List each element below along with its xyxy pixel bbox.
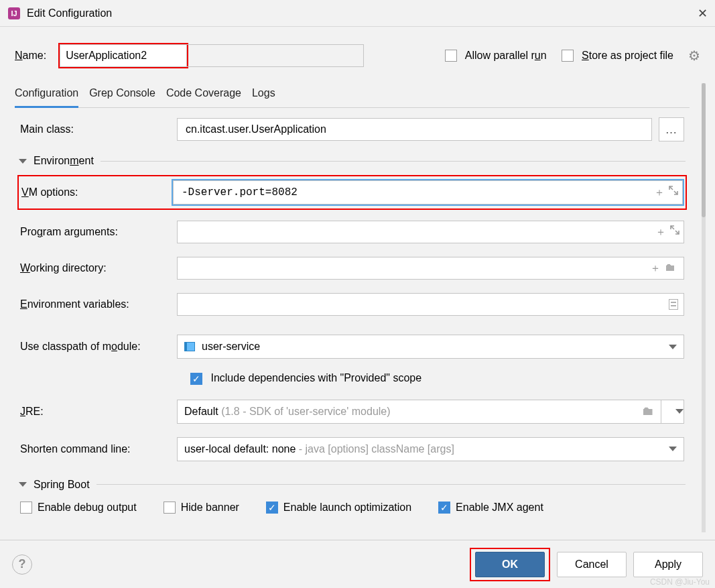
main-class-row: Main class: …: [20, 117, 684, 141]
sb-debug-label: Enable debug output: [38, 502, 137, 514]
classpath-row: Use classpath of module: user-service: [20, 335, 684, 359]
sb-launch-label: Enable launch optimization: [283, 502, 411, 514]
name-input-ext[interactable]: [187, 44, 364, 67]
include-provided-checkbox[interactable]: Include dependencies with "Provided" sco…: [190, 372, 421, 385]
env-vars-input[interactable]: [184, 294, 677, 315]
checkbox-icon: [562, 50, 574, 62]
tab-configuration[interactable]: Configuration: [15, 83, 78, 108]
vm-options-input[interactable]: [180, 186, 675, 199]
folder-icon[interactable]: 🖿: [665, 261, 675, 276]
sb-launch-checkbox[interactable]: Enable launch optimization: [266, 499, 411, 516]
list-icon[interactable]: [669, 299, 678, 310]
name-row: Name: Allow parallel run Store as projec…: [0, 27, 715, 68]
springboot-section-header[interactable]: Spring Boot: [19, 479, 686, 491]
module-icon: [184, 342, 195, 351]
title-bar: IJ Edit Configuration ✕: [0, 0, 715, 27]
gear-icon[interactable]: ⚙: [688, 48, 700, 64]
checkbox-icon: [20, 502, 32, 514]
shorten-row: Shorten command line: user-local default…: [20, 437, 684, 461]
chevron-down-icon: [675, 409, 684, 414]
program-args-input[interactable]: [184, 221, 677, 243]
jre-label: JRE:: [20, 406, 177, 418]
top-right-options: Allow parallel run Store as project file…: [445, 48, 700, 64]
checkbox-icon: [438, 502, 450, 514]
classpath-value: user-service: [202, 341, 260, 353]
program-args-row: Program arguments: ＋: [20, 221, 684, 243]
main-class-input[interactable]: [184, 119, 645, 140]
close-icon[interactable]: ✕: [698, 9, 707, 18]
sb-debug-checkbox[interactable]: Enable debug output: [20, 499, 137, 516]
include-provided-row: Include dependencies with "Provided" sco…: [190, 372, 690, 385]
expand-icon[interactable]: [670, 225, 679, 239]
store-project-checkbox[interactable]: Store as project file: [562, 50, 673, 62]
form-area: Main class: … Environment VM options: ＋: [15, 108, 690, 516]
jre-dropdown-button[interactable]: [661, 400, 684, 424]
tab-code-coverage[interactable]: Code Coverage: [166, 83, 241, 108]
tab-logs[interactable]: Logs: [252, 83, 275, 108]
vm-options-highlight: VM options: ＋: [17, 175, 687, 210]
checkbox-icon: [164, 502, 176, 514]
window-title: Edit Configuration: [27, 7, 698, 19]
name-input[interactable]: [60, 44, 187, 67]
folder-icon[interactable]: 🖿: [642, 404, 654, 418]
vm-options-row: VM options: ＋: [21, 180, 683, 204]
allow-parallel-checkbox[interactable]: Allow parallel run: [445, 50, 546, 62]
sb-hide-checkbox[interactable]: Hide banner: [164, 499, 239, 516]
working-dir-row: Working directory: ＋ 🖿: [20, 257, 684, 280]
help-icon[interactable]: ?: [12, 554, 32, 575]
divider: [101, 161, 686, 162]
shorten-label: Shorten command line:: [20, 443, 177, 455]
vm-options-field[interactable]: ＋: [173, 180, 683, 204]
name-label: Name:: [15, 50, 46, 62]
main-class-label: Main class:: [20, 123, 177, 135]
env-vars-row: Environment variables:: [20, 293, 684, 316]
name-highlight: [58, 43, 188, 68]
chevron-down-icon: [19, 482, 27, 487]
tabs: Configuration Grep Console Code Coverage…: [15, 83, 690, 108]
tab-grep-console[interactable]: Grep Console: [89, 83, 155, 108]
jre-row: JRE: Default (1.8 - SDK of 'user-service…: [20, 400, 684, 424]
sb-hide-label: Hide banner: [181, 502, 239, 514]
sb-jmx-checkbox[interactable]: Enable JMX agent: [438, 499, 543, 516]
chevron-down-icon: [669, 345, 677, 349]
content-area: Configuration Grep Console Code Coverage…: [15, 83, 706, 532]
vm-options-label: VM options:: [21, 186, 173, 198]
program-args-label: Program arguments:: [20, 226, 177, 238]
environment-section-label: Environment: [34, 155, 94, 167]
main-class-browse-button[interactable]: …: [659, 117, 684, 141]
shorten-value: user-local default: none - java [options…: [184, 443, 454, 455]
checkbox-icon: [190, 373, 202, 385]
ok-highlight: OK: [470, 548, 550, 581]
insert-macro-icon[interactable]: ＋: [654, 186, 665, 200]
working-dir-input[interactable]: [184, 257, 677, 279]
jre-select[interactable]: Default (1.8 - SDK of 'user-service' mod…: [177, 400, 684, 424]
insert-macro-icon[interactable]: ＋: [650, 261, 661, 276]
ok-button[interactable]: OK: [475, 552, 545, 577]
main-class-field[interactable]: [177, 118, 652, 141]
shorten-select[interactable]: user-local default: none - java [options…: [177, 437, 684, 461]
cancel-button[interactable]: Cancel: [557, 552, 627, 577]
chevron-down-icon: [19, 159, 27, 164]
program-args-field[interactable]: ＋: [177, 221, 684, 243]
springboot-section-label: Spring Boot: [34, 479, 90, 491]
env-vars-label: Environment variables:: [20, 298, 177, 310]
env-vars-field[interactable]: [177, 293, 684, 316]
checkbox-icon: [266, 502, 278, 514]
classpath-select[interactable]: user-service: [177, 335, 684, 359]
springboot-checks: Enable debug output Hide banner Enable l…: [20, 499, 684, 516]
divider: [96, 484, 686, 485]
jre-value: Default (1.8 - SDK of 'user-service' mod…: [184, 406, 391, 418]
environment-section-header[interactable]: Environment: [19, 155, 686, 167]
expand-icon[interactable]: [669, 186, 678, 200]
scrollbar-thumb[interactable]: [702, 83, 706, 217]
sb-jmx-label: Enable JMX agent: [456, 502, 543, 514]
app-icon: IJ: [8, 7, 20, 19]
working-dir-label: Working directory:: [20, 262, 177, 274]
bottom-bar: ? OK Cancel Apply: [0, 540, 715, 588]
chevron-down-icon: [669, 447, 677, 451]
apply-button[interactable]: Apply: [633, 552, 703, 577]
classpath-label: Use classpath of module:: [20, 341, 177, 353]
insert-macro-icon[interactable]: ＋: [655, 225, 666, 239]
working-dir-field[interactable]: ＋ 🖿: [177, 257, 684, 280]
checkbox-icon: [445, 50, 457, 62]
